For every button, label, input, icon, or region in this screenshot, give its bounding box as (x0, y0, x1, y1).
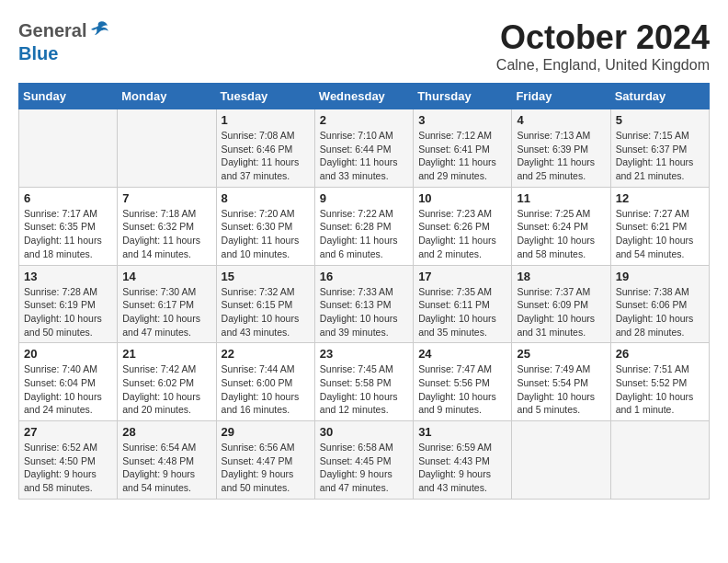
calendar-cell: 19Sunrise: 7:38 AM Sunset: 6:06 PM Dayli… (610, 265, 709, 343)
calendar-cell: 17Sunrise: 7:35 AM Sunset: 6:11 PM Dayli… (414, 265, 512, 343)
day-info: Sunrise: 7:40 AM Sunset: 6:04 PM Dayligh… (24, 362, 112, 417)
calendar-cell (610, 421, 709, 500)
month-title: October 2024 (496, 18, 710, 57)
day-info: Sunrise: 7:17 AM Sunset: 6:35 PM Dayligh… (24, 207, 112, 261)
calendar-week-5: 27Sunrise: 6:52 AM Sunset: 4:50 PM Dayli… (19, 421, 710, 500)
col-header-thursday: Thursday (414, 84, 512, 109)
day-info: Sunrise: 7:20 AM Sunset: 6:30 PM Dayligh… (222, 207, 310, 261)
day-info: Sunrise: 7:25 AM Sunset: 6:24 PM Dayligh… (517, 207, 605, 261)
day-number: 16 (320, 270, 408, 283)
day-info: Sunrise: 6:56 AM Sunset: 4:47 PM Dayligh… (222, 441, 310, 495)
calendar-cell (118, 109, 216, 188)
day-number: 28 (122, 425, 210, 439)
col-header-monday: Monday (118, 84, 216, 109)
calendar-cell: 3Sunrise: 7:12 AM Sunset: 6:41 PM Daylig… (414, 109, 512, 188)
day-number: 26 (616, 347, 704, 361)
calendar-table: SundayMondayTuesdayWednesdayThursdayFrid… (18, 83, 710, 500)
day-info: Sunrise: 7:42 AM Sunset: 6:02 PM Dayligh… (122, 362, 210, 417)
day-number: 30 (320, 425, 408, 439)
day-info: Sunrise: 7:12 AM Sunset: 6:41 PM Dayligh… (418, 129, 506, 183)
col-header-tuesday: Tuesday (216, 84, 314, 109)
day-info: Sunrise: 7:22 AM Sunset: 6:28 PM Dayligh… (320, 207, 408, 261)
day-number: 1 (222, 113, 310, 127)
calendar-cell: 10Sunrise: 7:23 AM Sunset: 6:26 PM Dayli… (414, 187, 512, 265)
day-info: Sunrise: 7:37 AM Sunset: 6:09 PM Dayligh… (517, 285, 605, 339)
calendar-cell: 26Sunrise: 7:51 AM Sunset: 5:52 PM Dayli… (610, 343, 709, 421)
calendar-cell: 18Sunrise: 7:37 AM Sunset: 6:09 PM Dayli… (512, 265, 610, 343)
day-info: Sunrise: 7:30 AM Sunset: 6:17 PM Dayligh… (122, 285, 210, 339)
day-number: 6 (24, 191, 112, 205)
bird-icon (89, 18, 109, 43)
day-info: Sunrise: 7:28 AM Sunset: 6:19 PM Dayligh… (24, 285, 112, 339)
title-area: October 2024 Calne, England, United King… (496, 18, 710, 74)
col-header-friday: Friday (512, 84, 610, 109)
day-info: Sunrise: 7:32 AM Sunset: 6:15 PM Dayligh… (222, 285, 310, 339)
calendar-cell: 15Sunrise: 7:32 AM Sunset: 6:15 PM Dayli… (216, 265, 314, 343)
calendar-cell: 8Sunrise: 7:20 AM Sunset: 6:30 PM Daylig… (216, 187, 314, 265)
day-number: 2 (320, 113, 408, 127)
day-info: Sunrise: 7:44 AM Sunset: 6:00 PM Dayligh… (222, 362, 310, 417)
day-number: 11 (517, 191, 605, 205)
calendar-cell: 27Sunrise: 6:52 AM Sunset: 4:50 PM Dayli… (19, 421, 118, 500)
day-info: Sunrise: 6:54 AM Sunset: 4:48 PM Dayligh… (122, 441, 210, 495)
day-number: 7 (122, 191, 210, 205)
col-header-sunday: Sunday (19, 84, 118, 109)
day-info: Sunrise: 7:15 AM Sunset: 6:37 PM Dayligh… (616, 129, 704, 183)
calendar-cell: 16Sunrise: 7:33 AM Sunset: 6:13 PM Dayli… (314, 265, 413, 343)
day-number: 18 (517, 270, 605, 283)
col-header-saturday: Saturday (610, 84, 709, 109)
page-header: General Blue October 2024 Calne, England… (18, 18, 710, 74)
day-number: 10 (418, 191, 506, 205)
calendar-header-row: SundayMondayTuesdayWednesdayThursdayFrid… (19, 84, 710, 109)
day-number: 24 (418, 347, 506, 361)
calendar-cell: 30Sunrise: 6:58 AM Sunset: 4:45 PM Dayli… (314, 421, 413, 500)
day-info: Sunrise: 7:18 AM Sunset: 6:32 PM Dayligh… (122, 207, 210, 261)
calendar-week-3: 13Sunrise: 7:28 AM Sunset: 6:19 PM Dayli… (19, 265, 710, 343)
day-number: 25 (517, 347, 605, 361)
day-info: Sunrise: 7:13 AM Sunset: 6:39 PM Dayligh… (517, 129, 605, 183)
day-number: 5 (616, 113, 704, 127)
logo-general: General (18, 20, 86, 41)
location: Calne, England, United Kingdom (496, 57, 710, 74)
logo-blue: Blue (18, 43, 58, 64)
col-header-wednesday: Wednesday (314, 84, 413, 109)
day-info: Sunrise: 7:47 AM Sunset: 5:56 PM Dayligh… (418, 362, 506, 417)
calendar-cell: 4Sunrise: 7:13 AM Sunset: 6:39 PM Daylig… (512, 109, 610, 188)
calendar-cell: 24Sunrise: 7:47 AM Sunset: 5:56 PM Dayli… (414, 343, 512, 421)
calendar-cell: 22Sunrise: 7:44 AM Sunset: 6:00 PM Dayli… (216, 343, 314, 421)
day-info: Sunrise: 6:52 AM Sunset: 4:50 PM Dayligh… (24, 441, 112, 495)
day-number: 22 (222, 347, 310, 361)
day-info: Sunrise: 7:45 AM Sunset: 5:58 PM Dayligh… (320, 362, 408, 417)
calendar-cell: 29Sunrise: 6:56 AM Sunset: 4:47 PM Dayli… (216, 421, 314, 500)
calendar-cell: 9Sunrise: 7:22 AM Sunset: 6:28 PM Daylig… (314, 187, 413, 265)
day-info: Sunrise: 7:08 AM Sunset: 6:46 PM Dayligh… (222, 129, 310, 183)
day-number: 19 (616, 270, 704, 283)
calendar-cell: 23Sunrise: 7:45 AM Sunset: 5:58 PM Dayli… (314, 343, 413, 421)
calendar-cell: 28Sunrise: 6:54 AM Sunset: 4:48 PM Dayli… (118, 421, 216, 500)
calendar-cell: 14Sunrise: 7:30 AM Sunset: 6:17 PM Dayli… (118, 265, 216, 343)
day-number: 4 (517, 113, 605, 127)
calendar-cell: 11Sunrise: 7:25 AM Sunset: 6:24 PM Dayli… (512, 187, 610, 265)
day-info: Sunrise: 7:51 AM Sunset: 5:52 PM Dayligh… (616, 362, 704, 417)
day-number: 17 (418, 270, 506, 283)
calendar-week-1: 1Sunrise: 7:08 AM Sunset: 6:46 PM Daylig… (19, 109, 710, 188)
day-info: Sunrise: 7:35 AM Sunset: 6:11 PM Dayligh… (418, 285, 506, 339)
calendar-cell: 1Sunrise: 7:08 AM Sunset: 6:46 PM Daylig… (216, 109, 314, 188)
calendar-cell: 20Sunrise: 7:40 AM Sunset: 6:04 PM Dayli… (19, 343, 118, 421)
day-number: 15 (222, 270, 310, 283)
calendar-week-4: 20Sunrise: 7:40 AM Sunset: 6:04 PM Dayli… (19, 343, 710, 421)
calendar-cell: 5Sunrise: 7:15 AM Sunset: 6:37 PM Daylig… (610, 109, 709, 188)
day-number: 13 (24, 270, 112, 283)
day-number: 3 (418, 113, 506, 127)
day-info: Sunrise: 7:23 AM Sunset: 6:26 PM Dayligh… (418, 207, 506, 261)
calendar-cell: 7Sunrise: 7:18 AM Sunset: 6:32 PM Daylig… (118, 187, 216, 265)
day-number: 21 (122, 347, 210, 361)
logo: General Blue (18, 18, 109, 64)
day-info: Sunrise: 7:49 AM Sunset: 5:54 PM Dayligh… (517, 362, 605, 417)
day-info: Sunrise: 6:59 AM Sunset: 4:43 PM Dayligh… (418, 441, 506, 495)
day-number: 20 (24, 347, 112, 361)
calendar-cell (19, 109, 118, 188)
day-number: 31 (418, 425, 506, 439)
day-info: Sunrise: 7:38 AM Sunset: 6:06 PM Dayligh… (616, 285, 704, 339)
day-number: 9 (320, 191, 408, 205)
